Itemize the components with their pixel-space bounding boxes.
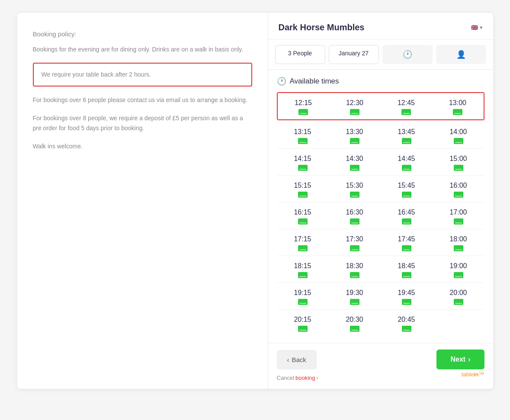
avail-1815: [298, 272, 308, 278]
avail-1645: [402, 218, 411, 224]
time-cell-1330[interactable]: 13:30: [329, 122, 381, 148]
avail-1800: [454, 245, 463, 251]
tab-date-label: January 27: [339, 50, 369, 57]
policy-heading: Booking policy:: [33, 30, 252, 38]
tab-people[interactable]: 3 People: [275, 45, 325, 64]
policy-highlight-box: We require your table back after 2 hours…: [33, 63, 252, 86]
time-cell-2015[interactable]: 20:15: [277, 310, 329, 336]
time-cell-1215[interactable]: 12:15: [278, 93, 329, 119]
time-cell-1530[interactable]: 15:30: [329, 176, 381, 202]
avail-1400: [454, 138, 463, 144]
time-cell-1945[interactable]: 19:45: [381, 283, 433, 309]
language-selector[interactable]: 🇬🇧 ▾: [471, 24, 483, 31]
availability-icon-1215: [298, 109, 308, 115]
avail-1900: [454, 272, 463, 278]
policy-intro: Bookings for the evening are for dining …: [33, 45, 252, 54]
time-cell-1230[interactable]: 12:30: [329, 93, 381, 119]
time-cell-1715[interactable]: 17:15: [277, 229, 329, 256]
time-cell-1345[interactable]: 13:45: [381, 122, 433, 148]
times-row-4: 16:15 16:30 16:45 17:00: [277, 202, 484, 229]
normal-times-grid: 13:15 13:30 13:45 14:00 14:15 14:30 14:4…: [277, 122, 484, 336]
times-row-7: 19:15 19:30 19:45 20:00: [277, 283, 484, 310]
booking-policy-panel: Booking policy: Bookings for the evening…: [17, 13, 268, 389]
time-cell-2045[interactable]: 20:45: [381, 310, 433, 336]
clock-header-icon: 🕐: [277, 77, 286, 86]
times-row-6: 18:15 18:30 18:45 19:00: [277, 256, 484, 283]
footer-bottom: Cancel booking › tablein™: [277, 375, 484, 383]
avail-1445: [402, 165, 411, 171]
avail-1915: [298, 299, 308, 305]
time-cell-1545[interactable]: 15:45: [381, 176, 433, 202]
time-cell-1400[interactable]: 14:00: [433, 122, 484, 148]
time-cell-1745[interactable]: 17:45: [381, 229, 433, 256]
time-cell-1300[interactable]: 13:00: [432, 93, 484, 119]
chevron-left-icon: ‹: [287, 356, 289, 363]
avail-1530: [350, 192, 359, 198]
available-times-section: 🕐 Available times 12:15 12:30 12:45: [268, 70, 493, 343]
avail-1430: [350, 165, 359, 171]
highlighted-times-grid: 12:15 12:30 12:45 13:00: [277, 92, 484, 120]
widget-footer: ‹ Back Next › Cancel booking › tablein™: [268, 343, 493, 389]
avail-1830: [350, 272, 359, 278]
avail-1515: [298, 192, 308, 198]
tab-time[interactable]: 🕐: [382, 45, 433, 64]
back-button[interactable]: ‹ Back: [277, 350, 317, 369]
tab-date[interactable]: January 27: [329, 45, 379, 64]
avail-2030: [350, 326, 359, 332]
time-cell-1415[interactable]: 14:15: [277, 149, 329, 175]
time-cell-1800[interactable]: 18:00: [433, 229, 484, 256]
time-cell-1430[interactable]: 14:30: [329, 149, 381, 175]
time-value-1300: 13:00: [449, 99, 466, 107]
avail-1615: [298, 218, 308, 224]
time-cell-1445[interactable]: 14:45: [381, 149, 433, 175]
avail-1930: [350, 299, 359, 305]
time-cell-1730[interactable]: 17:30: [329, 229, 381, 256]
policy-text-2: For bookings over 8 people, we require a…: [33, 113, 252, 133]
booking-widget-panel: Dark Horse Mumbles 🇬🇧 ▾ 3 People January…: [268, 13, 493, 389]
times-row-5: 17:15 17:30 17:45 18:00: [277, 229, 484, 256]
avail-1500: [454, 165, 463, 171]
chevron-cancel-icon: ›: [317, 375, 318, 381]
avail-1545: [402, 192, 411, 198]
avail-1630: [350, 218, 359, 224]
avail-2015: [298, 326, 308, 332]
tablein-brand: tablein™: [462, 371, 484, 378]
time-cell-empty: [433, 310, 484, 336]
times-header-text: Available times: [290, 77, 339, 86]
brand-label: tablein™: [462, 371, 484, 378]
avail-1730: [350, 245, 359, 251]
times-row-1: 13:15 13:30 13:45 14:00: [277, 122, 484, 149]
time-cell-1900[interactable]: 19:00: [433, 256, 484, 282]
time-cell-1830[interactable]: 18:30: [329, 256, 381, 282]
tab-guest[interactable]: 👤: [436, 45, 486, 64]
tab-people-label: 3 People: [288, 50, 312, 57]
time-value-1215: 12:15: [295, 99, 312, 107]
time-cell-1815[interactable]: 18:15: [277, 256, 329, 282]
time-cell-1930[interactable]: 19:30: [329, 283, 381, 309]
time-cell-2000[interactable]: 20:00: [433, 283, 484, 309]
times-header: 🕐 Available times: [277, 77, 484, 86]
times-row-8: 20:15 20:30 20:45: [277, 310, 484, 336]
time-cell-1630[interactable]: 16:30: [329, 202, 381, 229]
time-cell-1845[interactable]: 18:45: [381, 256, 433, 282]
time-cell-1515[interactable]: 15:15: [277, 176, 329, 202]
time-cell-2030[interactable]: 20:30: [329, 310, 381, 336]
time-cell-1315[interactable]: 13:15: [277, 122, 329, 148]
cancel-booking-link[interactable]: Cancel booking ›: [277, 375, 318, 383]
back-label: Back: [292, 356, 306, 363]
availability-icon-1230: [350, 109, 359, 115]
time-cell-1645[interactable]: 16:45: [381, 202, 433, 229]
time-cell-1500[interactable]: 15:00: [433, 149, 484, 175]
time-cell-1600[interactable]: 16:00: [433, 176, 484, 202]
avail-1315: [298, 138, 308, 144]
avail-1600: [454, 192, 463, 198]
time-cell-1700[interactable]: 17:00: [433, 202, 484, 229]
lang-code: ▾: [480, 24, 483, 31]
avail-1345: [402, 138, 411, 144]
restaurant-name: Dark Horse Mumbles: [279, 22, 365, 32]
time-cell-1915[interactable]: 19:15: [277, 283, 329, 309]
next-button[interactable]: Next ›: [436, 349, 484, 369]
time-cell-1245[interactable]: 12:45: [381, 93, 432, 119]
time-cell-1615[interactable]: 16:15: [277, 202, 329, 229]
avail-1745: [402, 245, 411, 251]
